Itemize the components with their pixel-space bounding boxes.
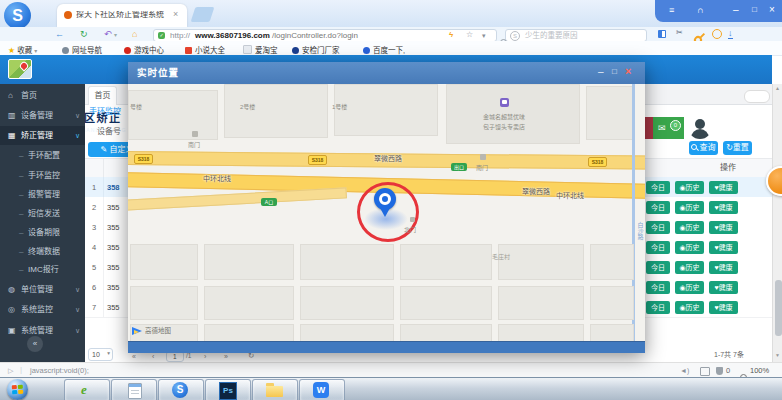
status-shield-icon[interactable]: [716, 367, 723, 375]
sidebar-item-band-config[interactable]: –手环配置: [0, 146, 85, 165]
sidebar-item-imc[interactable]: –IMC报行: [0, 260, 85, 279]
today-button[interactable]: 今日: [646, 301, 670, 314]
page-first-button[interactable]: «: [132, 353, 136, 360]
sidebar-item-home[interactable]: ⌂ 首页: [0, 86, 85, 105]
bookmark-games[interactable]: 游戏中心: [124, 44, 164, 55]
bookmark-taobao[interactable]: 爱淘宝: [243, 44, 278, 55]
history-undo-icon[interactable]: ↶: [104, 30, 112, 39]
sidebar-item-unit[interactable]: ◍ 单位管理 ∨: [0, 280, 85, 299]
page-next-button[interactable]: ›: [204, 353, 206, 360]
status-box-icon[interactable]: [700, 367, 710, 376]
speed-lightning-icon[interactable]: ϟ: [449, 31, 453, 39]
skin-hat-icon[interactable]: ∩: [697, 6, 703, 15]
page-reload-button[interactable]: ↻: [248, 352, 254, 360]
browser-tab[interactable]: 探天下社区矫正管理系统 ×: [57, 4, 187, 27]
sidebar-item-correction[interactable]: ▦ 矫正管理 ∨: [0, 126, 85, 145]
taskbar-item-sogou[interactable]: S: [158, 379, 204, 400]
map-canvas[interactable]: 号楼 2号楼 1号楼 金城名超慧优味 包子馒头专卖店 南门 S318 S318 …: [128, 84, 645, 341]
history-button[interactable]: ◉历史: [675, 241, 704, 254]
modal-maximize-icon[interactable]: □: [612, 68, 617, 76]
page-tab-active[interactable]: 手环监控: [89, 108, 121, 116]
search-button[interactable]: 查询: [689, 141, 718, 155]
health-button[interactable]: ♥健康: [709, 261, 738, 274]
bookmark-novels[interactable]: 小说大全: [185, 44, 225, 55]
today-button[interactable]: 今日: [646, 181, 670, 194]
refresh-icon[interactable]: ↻: [80, 30, 88, 39]
sidebar-item-device[interactable]: ▥ 设备管理 ∨: [0, 106, 85, 125]
page-scrollbar[interactable]: ▲ ▼: [772, 84, 782, 362]
minimize-button[interactable]: –: [733, 5, 739, 15]
health-button[interactable]: ♥健康: [709, 301, 738, 314]
start-button[interactable]: [7, 379, 28, 400]
taskbar-item-explorer[interactable]: [252, 379, 298, 400]
history-caret-icon[interactable]: ▾: [114, 32, 117, 38]
bookmark-star-icon[interactable]: ☆: [466, 31, 473, 39]
health-button[interactable]: ♥健康: [709, 281, 738, 294]
health-button[interactable]: ♥健康: [709, 181, 738, 194]
scrollbar-thumb[interactable]: [775, 280, 782, 336]
scissors-capture-icon[interactable]: ✂: [676, 29, 683, 37]
browser-menu-icon[interactable]: ≡: [669, 6, 674, 15]
today-button[interactable]: 今日: [646, 241, 670, 254]
health-button[interactable]: ♥健康: [709, 201, 738, 214]
bookmark-nav[interactable]: 网址导航: [62, 44, 102, 55]
tab-home[interactable]: 首页: [88, 86, 117, 105]
health-button[interactable]: ♥健康: [709, 221, 738, 234]
taskbar-item-browser-green[interactable]: e: [64, 379, 110, 400]
sidebar-collapse-button[interactable]: «: [27, 336, 43, 352]
sidebar-item-sys-manage[interactable]: ▣ 系统管理 ∨: [0, 321, 85, 340]
modal-minimize-icon[interactable]: –: [598, 67, 604, 77]
download-icon[interactable]: ↓: [728, 29, 733, 39]
address-caret-icon[interactable]: ▾: [482, 32, 486, 39]
scroll-up-icon[interactable]: ▲: [775, 86, 780, 91]
address-bar[interactable]: ✓ http:// www.36807196.com /loginControl…: [153, 29, 497, 42]
taskbar-item-notepad[interactable]: [111, 379, 157, 400]
history-button[interactable]: ◉历史: [675, 201, 704, 214]
new-tab-button[interactable]: [191, 7, 215, 22]
status-speaker-icon[interactable]: ◄): [680, 367, 689, 374]
status-zoom-level[interactable]: 100%: [750, 367, 769, 375]
close-button[interactable]: ×: [769, 5, 775, 15]
sidebar-item-alarm[interactable]: –报警管理: [0, 185, 85, 204]
history-button[interactable]: ◉历史: [675, 181, 704, 194]
health-button[interactable]: ♥健康: [709, 241, 738, 254]
proxy-circle-icon[interactable]: [712, 29, 722, 39]
page-size-select[interactable]: 10 ▾: [88, 348, 113, 361]
history-button[interactable]: ◉历史: [675, 281, 704, 294]
taskbar-item-wps[interactable]: W: [299, 379, 345, 400]
history-button[interactable]: ◉历史: [675, 301, 704, 314]
bookmark-favorites[interactable]: ★ 收藏 ▾: [8, 44, 37, 55]
scroll-down-icon[interactable]: ▼: [775, 353, 780, 358]
modal-header[interactable]: 实时位置 – □ ×: [128, 62, 645, 84]
user-avatar[interactable]: [688, 115, 712, 139]
search-box[interactable]: S 少生的重要原因: [505, 29, 647, 42]
user-menu-caret-icon[interactable]: ▾: [752, 123, 756, 130]
sidebar-item-terminal-data[interactable]: –终端数据: [0, 242, 85, 261]
back-icon[interactable]: ←: [55, 30, 64, 39]
sidebar-item-sms[interactable]: –短信发送: [0, 204, 85, 223]
history-button[interactable]: ◉历史: [675, 261, 704, 274]
sidebar-panel-icon[interactable]: [658, 30, 666, 38]
reset-button[interactable]: ↻重置: [723, 141, 752, 155]
home-icon[interactable]: ⌂: [132, 30, 137, 39]
today-button[interactable]: 今日: [646, 221, 670, 234]
today-button[interactable]: 今日: [646, 261, 670, 274]
sidebar-item-sys-monitor[interactable]: ◎ 系统监控 ∨: [0, 300, 85, 319]
tab-scroll-pill[interactable]: [744, 90, 770, 103]
alert-block[interactable]: [645, 117, 653, 139]
page-last-button[interactable]: »: [224, 353, 228, 360]
mail-button[interactable]: ✉ 0: [653, 117, 684, 139]
today-button[interactable]: 今日: [646, 201, 670, 214]
modal-close-icon[interactable]: ×: [625, 66, 631, 77]
bookmark-baidu[interactable]: 百度一下,: [363, 44, 405, 55]
sidebar-item-band-monitor[interactable]: –手环监控: [0, 166, 85, 185]
page-prev-button[interactable]: ‹: [152, 353, 154, 360]
maximize-button[interactable]: □: [752, 6, 757, 14]
tab-close-icon[interactable]: ×: [173, 10, 178, 19]
site-safety-icon[interactable]: ✓: [158, 32, 165, 39]
bookmark-security[interactable]: 安检门厂家: [292, 44, 340, 55]
sidebar-item-device-term[interactable]: –设备期限: [0, 223, 85, 242]
today-button[interactable]: 今日: [646, 281, 670, 294]
sogou-logo-icon[interactable]: S: [4, 2, 31, 29]
history-button[interactable]: ◉历史: [675, 221, 704, 234]
